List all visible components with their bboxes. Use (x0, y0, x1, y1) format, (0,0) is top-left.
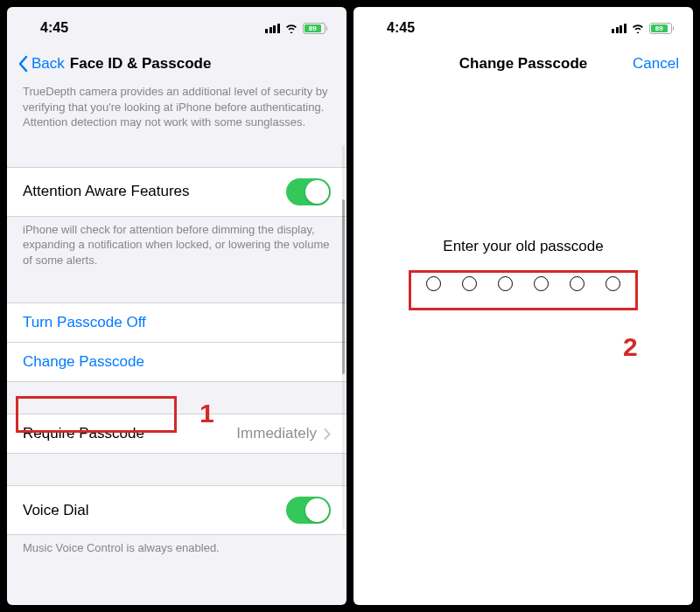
cellular-signal-icon (612, 23, 626, 33)
battery-percent: 89 (651, 24, 668, 32)
cancel-button[interactable]: Cancel (633, 55, 679, 73)
attention-aware-label: Attention Aware Features (23, 183, 190, 200)
voice-dial-label: Voice Dial (23, 502, 89, 519)
require-passcode-value: Immediately (236, 425, 317, 442)
back-button[interactable]: Back (18, 55, 65, 73)
status-time: 4:45 (387, 20, 415, 36)
voice-dial-row: Voice Dial (7, 485, 346, 535)
phone-screen-left: 4:45 89 Back Face ID & Passcode TrueDept… (7, 7, 346, 605)
change-passcode-row[interactable]: Change Passcode (7, 343, 346, 382)
status-bar: 4:45 89 (7, 7, 346, 45)
page-title: Change Passcode (459, 55, 587, 73)
passcode-dot (426, 276, 441, 291)
status-time: 4:45 (40, 20, 68, 36)
nav-bar: Back Face ID & Passcode (7, 45, 346, 84)
passcode-dots[interactable] (426, 276, 620, 291)
passcode-dot (462, 276, 477, 291)
passcode-entry: Enter your old passcode (354, 84, 693, 291)
status-icons: 89 (265, 23, 327, 34)
chevron-left-icon (18, 55, 28, 73)
attention-aware-row: Attention Aware Features (7, 167, 346, 217)
enter-passcode-label: Enter your old passcode (443, 238, 603, 255)
annotation-step-2: 2 (623, 332, 638, 362)
voice-dial-footer: Music Voice Control is always enabled. (7, 535, 346, 567)
wifi-icon (284, 23, 298, 33)
back-label: Back (32, 55, 65, 73)
attention-aware-toggle[interactable] (286, 178, 331, 205)
cellular-signal-icon (265, 23, 280, 33)
settings-content: TrueDepth camera provides an additional … (7, 84, 346, 605)
nav-bar: Change Passcode Cancel (354, 45, 693, 84)
turn-passcode-off-label: Turn Passcode Off (23, 314, 146, 331)
phone-screen-right: 4:45 89 Change Passcode Cancel Enter you… (354, 7, 693, 605)
battery-icon: 89 (303, 23, 328, 34)
attention-footer: iPhone will check for attention before d… (7, 217, 346, 279)
battery-percent: 89 (304, 24, 322, 32)
require-passcode-row[interactable]: Require Passcode Immediately (7, 414, 346, 454)
passcode-dot (606, 276, 620, 291)
battery-icon: 89 (649, 23, 675, 34)
page-title: Face ID & Passcode (70, 55, 212, 73)
chevron-right-icon (324, 428, 331, 440)
truedepth-footer: TrueDepth camera provides an additional … (7, 84, 346, 141)
turn-passcode-off-row[interactable]: Turn Passcode Off (7, 303, 346, 343)
passcode-dot (534, 276, 549, 291)
change-passcode-label: Change Passcode (23, 353, 144, 371)
require-passcode-label: Require Passcode (23, 425, 144, 442)
wifi-icon (631, 23, 645, 33)
scroll-thumb[interactable] (342, 199, 345, 374)
status-bar: 4:45 89 (354, 7, 693, 45)
passcode-dot (498, 276, 513, 291)
passcode-dot (570, 276, 584, 291)
status-icons: 89 (612, 23, 674, 34)
voice-dial-toggle[interactable] (286, 497, 331, 524)
